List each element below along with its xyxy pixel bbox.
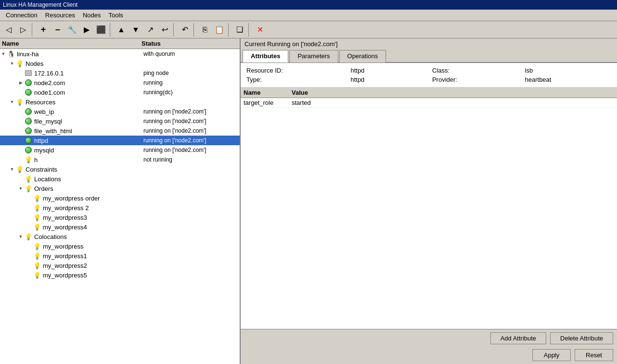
tree-row-my-wordpress-2[interactable]: 💡my_wordpress 2 — [0, 203, 240, 213]
down-button[interactable]: ▼ — [129, 23, 142, 37]
tree-label-my-wordpress: my_wordpress — [43, 243, 143, 250]
tree-toggle-my-wordpress3[interactable] — [26, 214, 33, 221]
tree-toggle-orders[interactable]: ▼ — [17, 185, 24, 192]
copy-button[interactable]: ⎘ — [198, 23, 212, 37]
menubar: Connection Resources Nodes Tools — [0, 10, 617, 21]
tree-label-httpd: httpd — [34, 137, 143, 144]
tree-status-httpd: running on ['node2.com'] — [143, 137, 240, 144]
menu-tools[interactable]: Tools — [105, 11, 127, 20]
attr-cell-value: started — [292, 99, 614, 106]
tree-row-colocations[interactable]: ▼💡Colocations — [0, 232, 240, 241]
tree-icon-linux-ha: 🐧 — [7, 50, 15, 58]
tree-icon-mysqld — [24, 146, 33, 154]
tree-row-my-wordpress[interactable]: 💡my_wordpress — [0, 241, 240, 251]
tree-row-my-wordpress2[interactable]: 💡my_wordpress2 — [0, 261, 240, 270]
shadow-button[interactable]: ❑ — [233, 23, 246, 37]
provider-label: Provider: — [432, 76, 517, 83]
tree-toggle-nodes[interactable]: ▼ — [9, 60, 15, 67]
toolbar-sep-2 — [110, 23, 113, 37]
paste-button[interactable]: 📋 — [213, 23, 226, 37]
tree-icon-nodes: 💡 — [15, 59, 24, 68]
stop-button[interactable]: ⬛ — [94, 23, 108, 37]
tree-row-my-wordpress3[interactable]: 💡my_wordpress3 — [0, 213, 240, 222]
tab-attributes[interactable]: Attributes — [243, 50, 288, 63]
tree-toggle-my-wordpress2[interactable] — [26, 262, 33, 269]
tree-toggle-my-wordpress1[interactable] — [26, 252, 33, 259]
tree-row-file-with-html[interactable]: file_with_htmlrunning on ['node2.com'] — [0, 126, 240, 136]
add-attribute-button[interactable]: Add Attribute — [490, 332, 546, 344]
tree-label-my-wordpress4: my_wordpress4 — [43, 224, 143, 231]
toolbar-sep-1 — [32, 23, 35, 37]
unmigrate-button[interactable]: ↩ — [158, 23, 171, 37]
attr-row[interactable]: target_rolestarted — [241, 98, 617, 108]
tree-toggle-locations[interactable] — [17, 176, 24, 182]
menu-connection[interactable]: Connection — [2, 11, 41, 20]
menu-nodes[interactable]: Nodes — [79, 11, 105, 20]
tree-icon-locations: 💡 — [24, 175, 33, 183]
tree-toggle-node2-com[interactable]: ▶ — [17, 79, 24, 86]
up-button[interactable]: ▲ — [115, 23, 128, 37]
tree-row-nodes[interactable]: ▼💡Nodes — [0, 59, 240, 68]
tree-toggle-file-mysql[interactable] — [17, 118, 24, 125]
tree-toggle-file-with-html[interactable] — [17, 127, 24, 134]
tree-row-h[interactable]: 💡hnot running — [0, 155, 240, 164]
type-label: Type: — [246, 76, 343, 83]
undo-button[interactable]: ↶ — [178, 23, 192, 37]
tree-icon-file-with-html — [24, 126, 33, 135]
tree-row-httpd[interactable]: httpdrunning on ['node2.com'] — [0, 136, 240, 145]
tree-toggle-my-wordpress[interactable] — [26, 243, 33, 250]
tree-row-my-wordpress5[interactable]: 💡my_wordpress5 — [0, 270, 240, 280]
tree-row-mysqld[interactable]: mysqldrunning on ['node2.com'] — [0, 145, 240, 155]
clean-button[interactable]: 🔧 — [65, 23, 79, 37]
tree-icon-my-wordpress-order: 💡 — [33, 194, 41, 202]
tree-toggle-linux-ha[interactable]: ▼ — [0, 50, 7, 57]
tree-toggle-my-wordpress5[interactable] — [26, 272, 33, 278]
tree-row-node2-com[interactable]: ▶node2.comrunning — [0, 78, 240, 88]
tree-toggle-my-wordpress4[interactable] — [26, 224, 33, 230]
tree-toggle-my-wordpress-2[interactable] — [26, 204, 33, 211]
tree-row-web-ip[interactable]: web_iprunning on ['node2.com'] — [0, 107, 240, 116]
tree-row-file-mysql[interactable]: file_mysqlrunning on ['node2.com'] — [0, 116, 240, 126]
tree-icon-httpd — [24, 136, 33, 145]
tree-toggle-node1-com[interactable] — [17, 89, 24, 96]
tree-row-my-wordpress-order[interactable]: 💡my_wordpress order — [0, 193, 240, 203]
tree-toggle-constraints[interactable]: ▼ — [9, 166, 15, 173]
exit-button[interactable]: ✕ — [253, 23, 267, 37]
tree-label-constraints: Constraints — [26, 166, 143, 173]
tree-row-locations[interactable]: 💡Locations — [0, 174, 240, 184]
tree-row-resources[interactable]: ▼💡Resources — [0, 97, 240, 107]
tab-parameters[interactable]: Parameters — [289, 50, 338, 63]
tree-toggle-httpd[interactable] — [17, 137, 24, 144]
toolbar-sep-3 — [173, 23, 176, 37]
start-button[interactable]: ▶ — [80, 23, 93, 37]
tree-label-resources: Resources — [26, 99, 143, 106]
tree-toggle-172-16-0-1[interactable] — [17, 70, 24, 76]
apply-button[interactable]: Apply — [532, 349, 571, 361]
reset-button[interactable]: Reset — [575, 349, 613, 361]
tree-row-linux-ha[interactable]: ▼🐧linux-hawith quorum — [0, 49, 240, 59]
migrate-button[interactable]: ↗ — [143, 23, 157, 37]
delete-attribute-button[interactable]: Delete Attribute — [550, 332, 613, 344]
back-button[interactable]: ◁ — [2, 23, 15, 37]
tree-toggle-mysqld[interactable] — [17, 147, 24, 153]
tree-toggle-h[interactable] — [17, 156, 24, 163]
tree-toggle-web-ip[interactable] — [17, 108, 24, 115]
remove-button[interactable]: – — [51, 23, 64, 37]
tree-label-nodes: Nodes — [26, 60, 143, 67]
tree-header: Name Status — [0, 38, 240, 49]
forward-button[interactable]: ▷ — [16, 23, 30, 37]
tree-toggle-resources[interactable]: ▼ — [9, 99, 15, 105]
tree-toggle-colocations[interactable]: ▼ — [17, 233, 24, 240]
tree-row-172-16-0-1[interactable]: 172.16.0.1ping node — [0, 68, 240, 78]
tree-row-my-wordpress1[interactable]: 💡my_wordpress1 — [0, 251, 240, 261]
tree-row-my-wordpress4[interactable]: 💡my_wordpress4 — [0, 222, 240, 232]
tree-status-172-16-0-1: ping node — [143, 70, 240, 76]
tab-operations[interactable]: Operations — [339, 50, 386, 63]
tree-row-orders[interactable]: ▼💡Orders — [0, 184, 240, 193]
tree-toggle-my-wordpress-order[interactable] — [26, 195, 33, 201]
tree-row-node1-com[interactable]: node1.comrunning(dc) — [0, 88, 240, 97]
tree-label-my-wordpress5: my_wordpress5 — [43, 272, 143, 279]
add-button[interactable]: + — [37, 23, 50, 37]
menu-resources[interactable]: Resources — [41, 11, 79, 20]
tree-row-constraints[interactable]: ▼💡Constraints — [0, 164, 240, 174]
